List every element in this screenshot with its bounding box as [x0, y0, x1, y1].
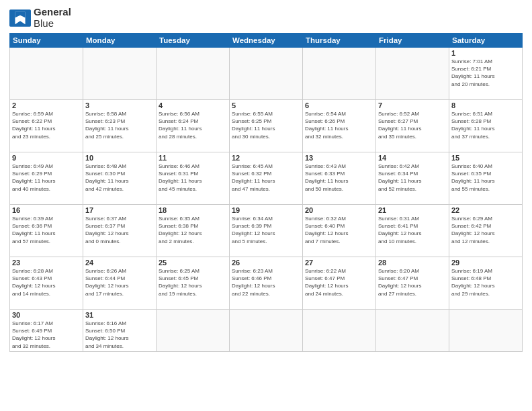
calendar-cell: 14Sunrise: 6:42 AM Sunset: 6:34 PM Dayli… — [376, 152, 449, 205]
calendar-cell — [83, 48, 157, 100]
day-info: Sunrise: 6:52 AM Sunset: 6:27 PM Dayligh… — [378, 110, 447, 140]
calendar-cell: 18Sunrise: 6:35 AM Sunset: 6:38 PM Dayli… — [157, 205, 230, 257]
day-info: Sunrise: 6:25 AM Sunset: 6:45 PM Dayligh… — [159, 267, 227, 298]
calendar-cell: 24Sunrise: 6:26 AM Sunset: 6:44 PM Dayli… — [83, 257, 157, 310]
day-info: Sunrise: 6:28 AM Sunset: 6:43 PM Dayligh… — [12, 267, 81, 298]
day-info: Sunrise: 6:58 AM Sunset: 6:23 PM Dayligh… — [85, 110, 154, 140]
day-number: 25 — [159, 259, 227, 267]
calendar-cell — [376, 310, 449, 352]
calendar-cell: 9Sunrise: 6:49 AM Sunset: 6:29 PM Daylig… — [10, 152, 83, 205]
calendar-cell: 17Sunrise: 6:37 AM Sunset: 6:37 PM Dayli… — [83, 205, 157, 257]
day-number: 18 — [159, 206, 227, 214]
day-info: Sunrise: 6:34 AM Sunset: 6:39 PM Dayligh… — [232, 215, 300, 245]
day-info: Sunrise: 6:43 AM Sunset: 6:33 PM Dayligh… — [305, 163, 373, 193]
calendar-cell: 31Sunrise: 6:16 AM Sunset: 6:50 PM Dayli… — [83, 310, 157, 352]
day-info: Sunrise: 6:54 AM Sunset: 6:26 PM Dayligh… — [305, 110, 373, 140]
calendar-cell: 3Sunrise: 6:58 AM Sunset: 6:23 PM Daylig… — [83, 100, 157, 152]
logo-text: General Blue — [34, 7, 71, 29]
calendar-cell — [157, 48, 230, 100]
calendar-cell: 12Sunrise: 6:45 AM Sunset: 6:32 PM Dayli… — [230, 152, 303, 205]
day-number: 13 — [305, 154, 373, 162]
day-info: Sunrise: 6:49 AM Sunset: 6:29 PM Dayligh… — [12, 163, 81, 193]
day-number: 4 — [159, 101, 227, 109]
day-info: Sunrise: 6:16 AM Sunset: 6:50 PM Dayligh… — [85, 320, 154, 350]
day-number: 27 — [305, 259, 373, 267]
weekday-header-wednesday: Wednesday — [230, 34, 303, 48]
day-info: Sunrise: 6:48 AM Sunset: 6:30 PM Dayligh… — [85, 163, 154, 193]
weekday-header-tuesday: Tuesday — [157, 34, 230, 48]
day-info: Sunrise: 6:37 AM Sunset: 6:37 PM Dayligh… — [85, 215, 154, 245]
day-number: 22 — [451, 206, 520, 214]
calendar-cell: 25Sunrise: 6:25 AM Sunset: 6:45 PM Dayli… — [157, 257, 230, 310]
day-info: Sunrise: 6:29 AM Sunset: 6:42 PM Dayligh… — [451, 215, 520, 245]
day-number: 9 — [12, 154, 81, 162]
day-info: Sunrise: 6:17 AM Sunset: 6:49 PM Dayligh… — [12, 320, 81, 350]
day-number: 24 — [85, 259, 154, 267]
weekday-header-friday: Friday — [376, 34, 449, 48]
day-number: 7 — [378, 101, 447, 109]
calendar-cell — [303, 48, 376, 100]
day-number: 30 — [12, 311, 81, 319]
day-number: 28 — [378, 259, 447, 267]
calendar-cell: 7Sunrise: 6:52 AM Sunset: 6:27 PM Daylig… — [376, 100, 449, 152]
calendar-cell: 2Sunrise: 6:59 AM Sunset: 6:22 PM Daylig… — [10, 100, 83, 152]
calendar-cell — [449, 310, 523, 352]
day-number: 10 — [85, 154, 154, 162]
day-info: Sunrise: 6:55 AM Sunset: 6:25 PM Dayligh… — [232, 110, 300, 140]
logo: General Blue — [9, 7, 71, 29]
calendar-cell: 6Sunrise: 6:54 AM Sunset: 6:26 PM Daylig… — [303, 100, 376, 152]
calendar-cell: 5Sunrise: 6:55 AM Sunset: 6:25 PM Daylig… — [230, 100, 303, 152]
calendar-week-5: 23Sunrise: 6:28 AM Sunset: 6:43 PM Dayli… — [10, 257, 523, 310]
day-info: Sunrise: 6:31 AM Sunset: 6:41 PM Dayligh… — [378, 215, 447, 245]
day-number: 3 — [85, 101, 154, 109]
calendar-cell: 22Sunrise: 6:29 AM Sunset: 6:42 PM Dayli… — [449, 205, 523, 257]
day-info: Sunrise: 6:35 AM Sunset: 6:38 PM Dayligh… — [159, 215, 227, 245]
day-number: 21 — [378, 206, 447, 214]
page: General Blue SundayMondayTuesdayWednesda… — [0, 0, 532, 411]
day-info: Sunrise: 6:39 AM Sunset: 6:36 PM Dayligh… — [12, 215, 81, 245]
calendar-cell: 16Sunrise: 6:39 AM Sunset: 6:36 PM Dayli… — [10, 205, 83, 257]
day-info: Sunrise: 6:19 AM Sunset: 6:48 PM Dayligh… — [451, 267, 520, 298]
calendar-cell — [10, 48, 83, 100]
day-info: Sunrise: 6:23 AM Sunset: 6:46 PM Dayligh… — [232, 267, 300, 298]
day-number: 31 — [85, 311, 154, 319]
calendar-cell: 30Sunrise: 6:17 AM Sunset: 6:49 PM Dayli… — [10, 310, 83, 352]
calendar-cell: 29Sunrise: 6:19 AM Sunset: 6:48 PM Dayli… — [449, 257, 523, 310]
calendar-cell — [376, 48, 449, 100]
calendar-cell — [230, 48, 303, 100]
calendar-week-4: 16Sunrise: 6:39 AM Sunset: 6:36 PM Dayli… — [10, 205, 523, 257]
day-info: Sunrise: 6:42 AM Sunset: 6:34 PM Dayligh… — [378, 163, 447, 193]
day-number: 1 — [451, 49, 520, 57]
generalblue-logo-icon — [9, 9, 31, 28]
calendar-cell: 4Sunrise: 6:56 AM Sunset: 6:24 PM Daylig… — [157, 100, 230, 152]
calendar-cell: 1Sunrise: 7:01 AM Sunset: 6:21 PM Daylig… — [449, 48, 523, 100]
day-info: Sunrise: 6:45 AM Sunset: 6:32 PM Dayligh… — [232, 163, 300, 193]
day-number: 15 — [451, 154, 520, 162]
day-info: Sunrise: 6:32 AM Sunset: 6:40 PM Dayligh… — [305, 215, 373, 245]
header: General Blue — [9, 7, 523, 29]
day-info: Sunrise: 6:46 AM Sunset: 6:31 PM Dayligh… — [159, 163, 227, 193]
day-number: 8 — [451, 101, 520, 109]
day-number: 2 — [12, 101, 81, 109]
day-number: 20 — [305, 206, 373, 214]
day-number: 19 — [232, 206, 300, 214]
calendar-cell: 11Sunrise: 6:46 AM Sunset: 6:31 PM Dayli… — [157, 152, 230, 205]
day-number: 5 — [232, 101, 300, 109]
calendar-week-3: 9Sunrise: 6:49 AM Sunset: 6:29 PM Daylig… — [10, 152, 523, 205]
calendar-cell: 10Sunrise: 6:48 AM Sunset: 6:30 PM Dayli… — [83, 152, 157, 205]
calendar-cell: 23Sunrise: 6:28 AM Sunset: 6:43 PM Dayli… — [10, 257, 83, 310]
day-number: 17 — [85, 206, 154, 214]
weekday-header-monday: Monday — [83, 34, 157, 48]
calendar-cell: 15Sunrise: 6:40 AM Sunset: 6:35 PM Dayli… — [449, 152, 523, 205]
day-number: 12 — [232, 154, 300, 162]
calendar-cell — [230, 310, 303, 352]
calendar-cell: 20Sunrise: 6:32 AM Sunset: 6:40 PM Dayli… — [303, 205, 376, 257]
day-info: Sunrise: 6:51 AM Sunset: 6:28 PM Dayligh… — [451, 110, 520, 140]
weekday-header-thursday: Thursday — [303, 34, 376, 48]
calendar-cell — [157, 310, 230, 352]
calendar-cell: 27Sunrise: 6:22 AM Sunset: 6:47 PM Dayli… — [303, 257, 376, 310]
calendar-cell: 19Sunrise: 6:34 AM Sunset: 6:39 PM Dayli… — [230, 205, 303, 257]
calendar-cell: 21Sunrise: 6:31 AM Sunset: 6:41 PM Dayli… — [376, 205, 449, 257]
day-info: Sunrise: 6:59 AM Sunset: 6:22 PM Dayligh… — [12, 110, 81, 140]
day-info: Sunrise: 6:26 AM Sunset: 6:44 PM Dayligh… — [85, 267, 154, 298]
